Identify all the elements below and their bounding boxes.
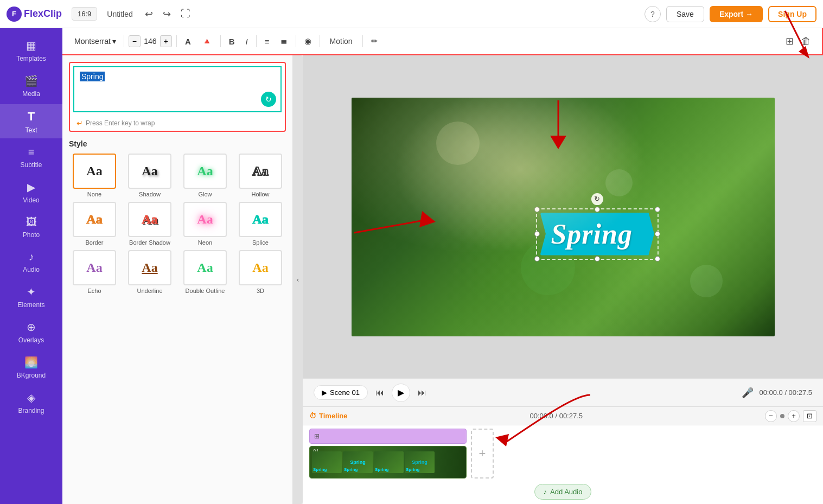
- handle-br[interactable]: [655, 256, 660, 261]
- fit-button[interactable]: ⊡: [803, 410, 816, 422]
- zoom-out-button[interactable]: −: [765, 410, 777, 422]
- text-effects-button[interactable]: ◉: [301, 34, 315, 48]
- font-size-decrease[interactable]: −: [129, 35, 141, 47]
- style-item-hollow[interactable]: Aa Hollow: [235, 154, 286, 197]
- sidebar-item-bkground[interactable]: 🌅 BKground: [0, 350, 62, 384]
- text-highlight-button[interactable]: 🔺: [198, 34, 216, 48]
- video-canvas: Spring: [303, 55, 823, 378]
- skip-back-button[interactable]: ⏮: [373, 386, 386, 400]
- sidebar-item-branding[interactable]: ◈ Branding: [0, 386, 62, 419]
- align-right-button[interactable]: ≣: [277, 34, 291, 48]
- add-audio-button[interactable]: ♪ Add Audio: [534, 484, 592, 500]
- edit-style-button[interactable]: ✏: [367, 34, 382, 48]
- separator7: [362, 35, 363, 47]
- help-button[interactable]: ?: [645, 6, 661, 22]
- scene-button[interactable]: ▶ Scene 01: [314, 385, 368, 400]
- style-label-double-outline: Double Outline: [186, 288, 225, 294]
- handle-lm[interactable]: [534, 231, 539, 237]
- redo-button[interactable]: ↪: [161, 6, 173, 22]
- handle-bl[interactable]: [534, 256, 539, 261]
- style-item-double-outline[interactable]: Aa Double Outline: [180, 250, 231, 294]
- rotate-handle[interactable]: ↻: [591, 193, 603, 205]
- undo-button[interactable]: ↩: [143, 6, 155, 22]
- handle-tl[interactable]: [534, 207, 539, 212]
- skip-forward-button[interactable]: ⏭: [416, 386, 429, 400]
- add-track-button[interactable]: +: [471, 429, 494, 479]
- media-icon: 🎬: [24, 74, 38, 87]
- handle-tm[interactable]: [595, 207, 600, 212]
- text-editor-inner[interactable]: Spring ↻: [73, 66, 282, 112]
- style-item-3d[interactable]: Aa 3D: [235, 250, 286, 294]
- style-label-echo: Echo: [87, 288, 101, 294]
- style-item-splice[interactable]: Aa Splice: [235, 202, 286, 246]
- text-color-button[interactable]: A: [181, 35, 195, 48]
- sidebar-item-templates[interactable]: ▦ Templates: [0, 34, 62, 67]
- sidebar-item-elements[interactable]: ✦ Elements: [0, 280, 62, 313]
- sidebar-label-photo: Photo: [23, 231, 40, 239]
- handle-rm[interactable]: [655, 231, 660, 237]
- sidebar-item-overlays[interactable]: ⊕ Overlays: [0, 315, 62, 348]
- logo-icon: F: [7, 7, 22, 22]
- style-item-border-shadow[interactable]: Aa Border Shadow: [124, 202, 175, 246]
- sidebar: ▦ Templates 🎬 Media T Text ≡ Subtitle ▶ …: [0, 28, 62, 504]
- mic-button[interactable]: 🎤: [742, 387, 754, 399]
- style-preview-none: Aa: [73, 154, 116, 189]
- red-arrow-left: [352, 197, 449, 241]
- sidebar-item-photo[interactable]: 🖼 Photo: [0, 210, 62, 243]
- style-preview-3d: Aa: [239, 250, 282, 285]
- style-item-underline[interactable]: Aa Underline: [124, 250, 175, 294]
- video-track[interactable]: 01 Spring Spring: [309, 446, 467, 479]
- handle-bm[interactable]: [595, 256, 600, 261]
- style-label-border-shadow: Border Shadow: [129, 239, 170, 246]
- style-preview-shadow: Aa: [128, 154, 171, 189]
- zoom-in-button[interactable]: +: [788, 410, 800, 422]
- sidebar-item-audio[interactable]: ♪ Audio: [0, 245, 62, 278]
- style-item-shadow[interactable]: Aa Shadow: [124, 154, 175, 197]
- align-left-button[interactable]: ≡: [261, 35, 273, 48]
- sidebar-item-video[interactable]: ▶ Video: [0, 175, 62, 208]
- font-dropdown-icon: ▾: [112, 37, 116, 46]
- music-icon: ♪: [544, 488, 547, 496]
- font-family-select[interactable]: Montserrat ▾: [71, 35, 119, 47]
- bold-button[interactable]: B: [225, 35, 239, 48]
- signup-button[interactable]: Sign Up: [768, 6, 816, 22]
- video-text: Spring: [551, 219, 633, 250]
- layers-button[interactable]: ⊞: [783, 33, 796, 49]
- sidebar-label-elements: Elements: [17, 301, 44, 309]
- logo-text: FlexClip: [24, 8, 62, 20]
- collapse-panel-button[interactable]: ‹: [293, 55, 303, 504]
- video-text-container[interactable]: Spring: [540, 213, 654, 256]
- style-item-echo[interactable]: Aa Echo: [69, 250, 120, 294]
- main-area: ▦ Templates 🎬 Media T Text ≡ Subtitle ▶ …: [0, 28, 823, 504]
- sidebar-label-text: Text: [25, 126, 37, 134]
- style-item-none[interactable]: Aa None: [69, 154, 120, 197]
- sidebar-item-text[interactable]: T Text: [0, 104, 62, 138]
- play-button[interactable]: ▶: [392, 384, 410, 402]
- handle-tr[interactable]: [655, 207, 660, 212]
- save-button[interactable]: Save: [666, 6, 704, 22]
- sidebar-item-media[interactable]: 🎬 Media: [0, 69, 62, 102]
- refresh-button[interactable]: ↻: [261, 92, 276, 107]
- style-item-glow[interactable]: Aa Glow: [180, 154, 231, 197]
- export-button[interactable]: Export →: [710, 6, 763, 22]
- selection-box: ↻: [535, 208, 659, 260]
- font-size-increase[interactable]: +: [160, 35, 172, 47]
- style-preview-echo: Aa: [73, 250, 116, 285]
- duration-display: 00:00.0 / 00:27.5: [759, 388, 812, 397]
- sidebar-label-branding: Branding: [18, 407, 44, 414]
- style-preview-border-shadow: Aa: [128, 202, 171, 237]
- enter-icon: ↵: [76, 119, 83, 127]
- sidebar-label-audio: Audio: [23, 266, 40, 273]
- aspect-ratio-button[interactable]: 16:9: [72, 7, 97, 21]
- text-toolbar: Montserrat ▾ − 146 + A 🔺 B I ≡ ≣ ◉ Motio…: [62, 28, 823, 55]
- fullscreen-button[interactable]: ⛶: [178, 6, 193, 22]
- doc-title[interactable]: Untitled: [103, 8, 137, 21]
- video-track-inner: 01 Spring Spring: [310, 446, 466, 478]
- sidebar-item-subtitle[interactable]: ≡ Subtitle: [0, 141, 62, 173]
- style-item-border[interactable]: Aa Border: [69, 202, 120, 246]
- italic-button[interactable]: I: [242, 35, 252, 48]
- motion-button[interactable]: Motion: [324, 35, 358, 48]
- text-track[interactable]: ⊞: [309, 429, 467, 444]
- style-item-neon[interactable]: Aa Neon: [180, 202, 231, 246]
- delete-button[interactable]: 🗑: [799, 34, 813, 49]
